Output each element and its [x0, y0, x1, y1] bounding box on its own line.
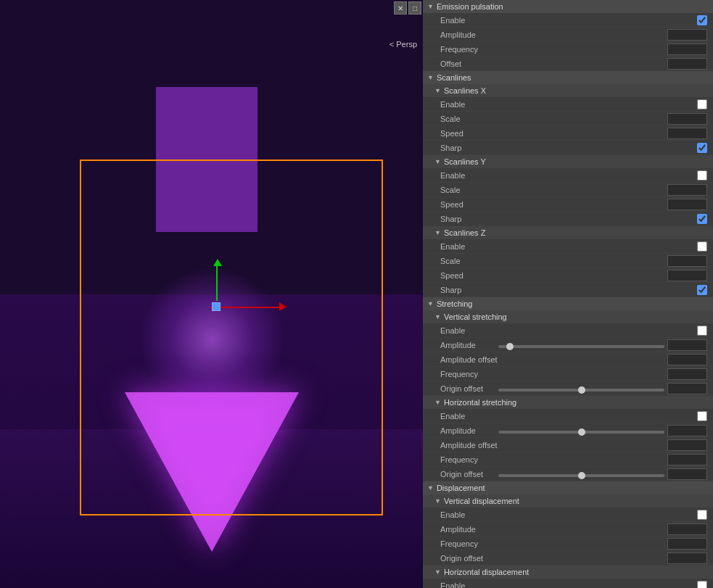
vs-enable-label: Enable [440, 326, 649, 335]
hs-amplitude-slider[interactable] [498, 431, 664, 434]
scanlines-x-label: Scanlines X [444, 86, 486, 95]
sx-scale-label: Scale [440, 115, 649, 123]
sz-speed-label: Speed [440, 271, 649, 280]
vd-origin-offset-input[interactable]: 0 [667, 552, 707, 564]
displacement-header[interactable]: ▼ Displacement [423, 481, 713, 494]
sz-enable-checkbox[interactable] [697, 241, 707, 252]
ep-frequency-input[interactable]: 5 [667, 44, 707, 55]
hs-frequency-input[interactable]: 0.5 [667, 454, 707, 465]
scanlines-z-collapse-icon: ▼ [434, 229, 441, 236]
hd-collapse-icon: ▼ [434, 568, 441, 576]
hd-enable-row: Enable [423, 579, 713, 588]
hs-amplitude-offset-input[interactable]: 0 [667, 439, 707, 451]
ep-amplitude-label: Amplitude [440, 30, 649, 39]
sx-scale-row: Scale 500 [423, 112, 713, 126]
vs-amplitude-offset-input[interactable]: 0 [667, 354, 707, 365]
viewport-toolbar: ✕ □ [392, 0, 423, 16]
hs-amplitude-input[interactable]: 0.5 [667, 425, 707, 436]
vertical-displacement-header[interactable]: ▼ Vertical displacement [423, 494, 713, 508]
sy-scale-row: Scale 50 [423, 183, 713, 197]
vd-amplitude-row: Amplitude 0.2 [423, 522, 713, 537]
sx-sharp-checkbox[interactable] [697, 143, 707, 153]
vs-frequency-row: Frequency 1 [423, 367, 713, 381]
sy-scale-input[interactable]: 50 [667, 184, 707, 196]
viewport[interactable]: ✕ □ < Persp [0, 0, 423, 588]
hs-origin-offset-input[interactable]: 0 [667, 468, 707, 480]
hs-origin-offset-row: Origin offset 0 [423, 467, 713, 481]
scanlines-z-label: Scanlines Z [444, 228, 485, 237]
hs-amplitude-label: Amplitude [440, 426, 498, 435]
ep-enable-checkbox[interactable] [697, 15, 707, 25]
sy-speed-input[interactable]: 0 [667, 199, 707, 210]
sz-sharp-label: Sharp [440, 286, 649, 294]
stretching-label: Stretching [437, 299, 473, 308]
vs-origin-offset-row: Origin offset 0 [423, 381, 713, 396]
scanlines-y-header[interactable]: ▼ Scanlines Y [423, 155, 713, 168]
hs-amplitude-offset-label: Amplitude offset [440, 441, 649, 450]
displacement-label: Displacement [437, 484, 485, 492]
sy-scale-label: Scale [440, 186, 649, 194]
scanlines-x-collapse-icon: ▼ [434, 87, 441, 94]
sz-speed-row: Speed -5 [423, 268, 713, 283]
vertical-displacement-label: Vertical displacement [444, 497, 519, 505]
vs-enable-checkbox[interactable] [697, 326, 707, 336]
inspector-panel: ▼ Emission pulsation Enable Amplitude 1 … [423, 0, 713, 588]
sx-enable-checkbox[interactable] [697, 99, 707, 109]
ep-amplitude-row: Amplitude 1 [423, 28, 713, 42]
sx-speed-input[interactable]: 0 [667, 128, 707, 139]
ep-offset-row: Offset 1 [423, 57, 713, 71]
vs-amplitude-row: Amplitude 0.05 [423, 338, 713, 352]
vs-origin-slider[interactable] [498, 389, 664, 392]
ep-frequency-label: Frequency [440, 45, 649, 54]
vs-collapse-icon: ▼ [434, 313, 441, 320]
sx-enable-row: Enable [423, 97, 713, 112]
sx-scale-input[interactable]: 500 [667, 113, 707, 125]
vd-origin-offset-row: Origin offset 0 [423, 551, 713, 566]
sz-scale-input[interactable]: 4 [667, 255, 707, 267]
ep-offset-input[interactable]: 1 [667, 58, 707, 70]
hs-origin-slider[interactable] [498, 474, 664, 477]
vd-frequency-input[interactable]: 10 [667, 538, 707, 550]
hs-enable-label: Enable [440, 412, 649, 421]
sz-sharp-row: Sharp [423, 283, 713, 297]
ep-enable-label: Enable [440, 16, 649, 25]
sx-speed-row: Speed 0 [423, 126, 713, 141]
vs-amplitude-offset-label: Amplitude offset [440, 355, 649, 364]
scanlines-y-label: Scanlines Y [444, 157, 486, 166]
close-btn[interactable]: ✕ [394, 1, 407, 15]
sy-sharp-checkbox[interactable] [697, 214, 707, 224]
horizontal-displacement-label: Horizontal displacement [444, 568, 529, 576]
stretching-collapse-icon: ▼ [427, 300, 434, 307]
sy-enable-checkbox[interactable] [697, 170, 707, 181]
vs-frequency-input[interactable]: 1 [667, 368, 707, 380]
vd-enable-checkbox[interactable] [697, 510, 707, 520]
vd-frequency-label: Frequency [440, 539, 649, 548]
scanlines-z-header[interactable]: ▼ Scanlines Z [423, 226, 713, 239]
emission-pulsation-header[interactable]: ▼ Emission pulsation [423, 0, 713, 13]
sy-speed-row: Speed 0 [423, 197, 713, 212]
scanlines-x-header[interactable]: ▼ Scanlines X [423, 84, 713, 97]
scanlines-header[interactable]: ▼ Scanlines [423, 71, 713, 84]
persp-label: < Persp [390, 40, 417, 49]
maximize-btn[interactable]: □ [408, 1, 421, 15]
stretching-header[interactable]: ▼ Stretching [423, 297, 713, 310]
vertical-stretching-header[interactable]: ▼ Vertical stretching [423, 310, 713, 323]
hs-enable-checkbox[interactable] [697, 411, 707, 421]
vs-amplitude-slider[interactable] [498, 345, 664, 348]
ep-amplitude-input[interactable]: 1 [667, 29, 707, 41]
vd-amplitude-input[interactable]: 0.2 [667, 523, 707, 535]
sz-sharp-checkbox[interactable] [697, 285, 707, 295]
horizontal-displacement-header[interactable]: ▼ Horizontal displacement [423, 566, 713, 579]
vs-origin-offset-input[interactable]: 0 [667, 383, 707, 394]
vs-enable-row: Enable [423, 323, 713, 338]
ep-offset-label: Offset [440, 59, 649, 68]
vs-origin-offset-label: Origin offset [440, 384, 498, 393]
vs-amplitude-input[interactable]: 0.05 [667, 339, 707, 351]
hd-enable-checkbox[interactable] [697, 581, 707, 589]
hd-enable-label: Enable [440, 581, 649, 589]
hs-origin-offset-label: Origin offset [440, 470, 498, 479]
sz-speed-input[interactable]: -5 [667, 270, 707, 281]
sx-speed-label: Speed [440, 129, 649, 138]
vd-amplitude-label: Amplitude [440, 525, 649, 534]
horizontal-stretching-header[interactable]: ▼ Horizontal stretching [423, 396, 713, 409]
